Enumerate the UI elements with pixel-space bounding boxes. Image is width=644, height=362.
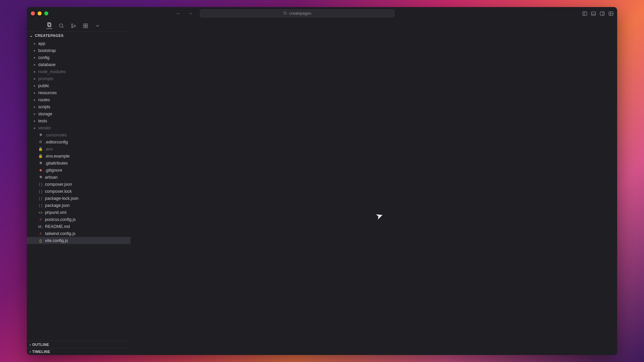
tree-item-label: .editorconfig [45, 140, 68, 144]
folder-row[interactable]: ▸bootstrap [27, 47, 130, 54]
file-row[interactable]: ▸M↓README.md [27, 223, 130, 230]
tree-item-label: phpunit.xml [45, 210, 66, 215]
nav-buttons: ← → [176, 11, 193, 16]
tree-item-label: resources [38, 90, 57, 95]
file-icon: ✱ [38, 161, 43, 166]
file-row[interactable]: ▸✱.gitattributes [27, 160, 130, 167]
tree-item-label: vite.config.js [45, 238, 68, 243]
folder-row[interactable]: ▸config [27, 54, 130, 61]
tree-item-label: postcss.config.js [45, 217, 76, 222]
source-control-view-icon[interactable] [70, 23, 76, 29]
file-row[interactable]: ▸<>phpunit.xml [27, 209, 130, 216]
folder-row[interactable]: ▸routes [27, 96, 130, 103]
mouse-cursor-icon: ➤ [374, 210, 384, 222]
svg-rect-21 [86, 26, 88, 28]
chevron-right-icon: ▸ [33, 77, 36, 80]
explorer-project-header[interactable]: ⌄ CREATEPAGES [27, 32, 130, 39]
tree-item-label: vendor [38, 126, 51, 130]
file-icon: { } [38, 189, 43, 194]
svg-rect-11 [48, 23, 50, 26]
tree-item-label: .gitignore [45, 168, 62, 173]
folder-row[interactable]: ▸database [27, 61, 130, 68]
tree-item-label: tailwind.config.js [45, 231, 75, 236]
folder-row[interactable]: ▸vendor [27, 124, 130, 131]
chevron-right-icon: › [30, 343, 31, 347]
file-row[interactable]: ▸{ }composer.lock [27, 188, 130, 195]
toggle-panel-button[interactable] [590, 10, 596, 16]
folder-row[interactable]: ▸tests [27, 117, 130, 124]
explorer-view-icon[interactable] [46, 23, 52, 29]
search-view-icon[interactable] [58, 23, 64, 29]
folder-row[interactable]: ▸public [27, 82, 130, 89]
toggle-primary-sidebar-button[interactable] [582, 10, 588, 16]
search-icon [283, 11, 287, 16]
tree-item-label: .env [45, 147, 53, 152]
folder-row[interactable]: ▸app [27, 40, 130, 47]
file-icon: M↓ [38, 224, 43, 229]
svg-rect-4 [591, 12, 595, 15]
tree-item-label: node_modules [38, 69, 66, 74]
more-views-chevron-icon[interactable] [95, 23, 101, 29]
chevron-right-icon: › [30, 350, 31, 354]
folder-row[interactable]: ▸node_modules [27, 68, 130, 75]
file-row[interactable]: ▸{ }composer.json [27, 181, 130, 188]
nav-forward-button[interactable]: → [188, 11, 193, 16]
tree-item-label: .gitattributes [45, 161, 68, 166]
folder-row[interactable]: ▸resources [27, 89, 130, 96]
file-row[interactable]: ▸{ }package.json [27, 202, 130, 209]
file-row[interactable]: ▸◆.gitignore [27, 167, 130, 174]
nav-back-button[interactable]: ← [176, 11, 181, 16]
svg-point-13 [59, 24, 63, 27]
svg-line-14 [62, 27, 63, 28]
tree-item-label: package.json [45, 203, 70, 208]
chevron-right-icon: ▸ [33, 49, 36, 52]
file-icon: { } [38, 182, 43, 187]
customize-layout-button[interactable] [608, 10, 614, 16]
tree-item-label: database [38, 62, 55, 67]
sidebar-view-tabs [27, 20, 130, 32]
svg-point-15 [71, 24, 73, 25]
file-row[interactable]: ▸{ }package-lock.json [27, 195, 130, 202]
file-row[interactable]: ▸🔒.env [27, 145, 130, 153]
file-icon: ◆ [38, 168, 43, 173]
file-row[interactable]: ▸🔒.env.example [27, 153, 130, 160]
tree-item-label: public [38, 83, 49, 88]
chevron-right-icon: ▸ [33, 91, 36, 95]
file-icon: 🔒 [38, 147, 43, 152]
svg-rect-19 [86, 24, 88, 25]
file-icon: { } [38, 196, 43, 201]
tree-item-label: routes [38, 98, 50, 102]
tree-item-label: tests [38, 119, 47, 123]
file-tree: ▸app▸bootstrap▸config▸database▸node_modu… [27, 39, 130, 341]
file-icon: ⚙ [38, 140, 43, 144]
tree-item-label: prompts [38, 76, 53, 81]
minimize-window-button[interactable] [38, 11, 42, 15]
extensions-view-icon[interactable] [83, 23, 89, 29]
project-name-label: CREATEPAGES [35, 34, 63, 38]
svg-rect-12 [48, 23, 51, 27]
file-row[interactable]: ▸#tailwind.config.js [27, 230, 130, 237]
tree-item-label: README.md [45, 224, 70, 229]
tree-item-label: .cursorrules [45, 133, 67, 137]
chevron-right-icon: ▸ [33, 63, 36, 66]
file-row[interactable]: ▸✱artisan [27, 174, 130, 181]
folder-row[interactable]: ▸prompts [27, 75, 130, 82]
editor-area: ➤ [131, 20, 617, 355]
svg-point-0 [283, 11, 286, 14]
file-row[interactable]: ▸{}vite.config.js [27, 237, 130, 244]
outline-section-header[interactable]: › OUTLINE [27, 341, 130, 348]
folder-row[interactable]: ▸scripts [27, 103, 130, 110]
file-row[interactable]: ▸⚙.editorconfig [27, 138, 130, 145]
chevron-right-icon: ▸ [33, 70, 36, 73]
folder-row[interactable]: ▸storage [27, 110, 130, 117]
maximize-window-button[interactable] [44, 11, 48, 15]
close-window-button[interactable] [31, 11, 35, 15]
file-icon: {} [38, 238, 43, 243]
toggle-secondary-sidebar-button[interactable] [599, 10, 605, 16]
chevron-down-icon: ⌄ [30, 33, 34, 38]
command-center-search[interactable]: createpages [200, 9, 394, 17]
file-row[interactable]: ▸✱.cursorrules [27, 131, 130, 138]
file-row[interactable]: ▸#postcss.config.js [27, 216, 130, 223]
timeline-section-header[interactable]: › TIMELINE [27, 348, 130, 355]
chevron-right-icon: ▸ [33, 119, 36, 123]
